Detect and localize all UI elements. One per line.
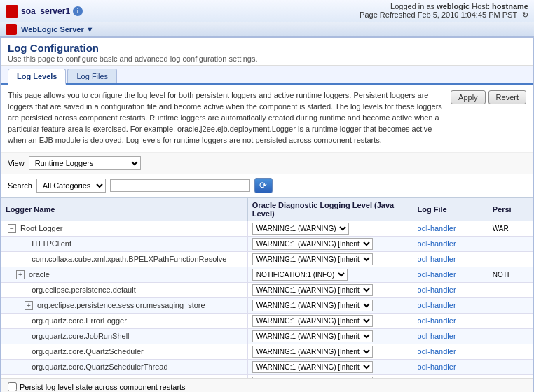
- log-file-link[interactable]: odl-handler: [418, 239, 456, 248]
- view-label: View: [8, 159, 25, 167]
- action-buttons: Apply Revert: [451, 90, 526, 104]
- logger-name: com.collaxa.cube.xml.xpath.BPELXPathFunc…: [32, 255, 226, 263]
- weblogic-server-icon: [6, 24, 17, 35]
- login-info: Logged in as weblogic Host: hostname Pag…: [360, 2, 528, 20]
- log-file-link[interactable]: odl-handler: [418, 270, 456, 279]
- expand-icon[interactable]: +: [25, 301, 33, 310]
- col-log-file: Log File: [413, 197, 488, 220]
- table-row: org.quartz.core.JobRunShell WARNING:1 (W…: [1, 328, 533, 344]
- col-log-level: Oracle Diagnostic Logging Level (Java Le…: [247, 197, 413, 220]
- revert-button[interactable]: Revert: [488, 90, 526, 104]
- table-row: com.collaxa.cube.xml.xpath.BPELXPathFunc…: [1, 251, 533, 267]
- apply-button[interactable]: Apply: [451, 90, 486, 104]
- log-file-link[interactable]: odl-handler: [418, 332, 456, 340]
- top-bar: soa_server1 i Logged in as weblogic Host…: [0, 0, 534, 22]
- table-row: org.quartz.core.QuartzSchedulerThread WA…: [1, 359, 533, 374]
- view-row: View Runtime Loggers Persistent Loggers …: [1, 153, 533, 174]
- search-button[interactable]: ⟳: [254, 178, 273, 193]
- table-row: org.quartz.core.ErrorLogger WARNING:1 (W…: [1, 313, 533, 328]
- level-select[interactable]: WARNING:1 (WARNING) [Inherit: [252, 361, 373, 373]
- description-text: This page allows you to configure the lo…: [8, 91, 442, 144]
- level-select[interactable]: WARNING:1 (WARNING) [Inherit: [252, 315, 373, 327]
- logger-name: Root Logger: [20, 224, 63, 232]
- expand-icon[interactable]: −: [8, 224, 16, 233]
- persist-checkbox-label[interactable]: Persist log level state across component…: [8, 382, 186, 391]
- table-row: org.quartz.core.QuartzScheduler WARNING:…: [1, 344, 533, 359]
- level-select[interactable]: WARNING:1 (WARNING) [Inherit: [252, 346, 373, 358]
- log-file-link[interactable]: odl-handler: [418, 301, 456, 309]
- logger-name: org.quartz.core.JobRunShell: [32, 332, 129, 340]
- weblogic-bar: WebLogic Server ▼: [0, 22, 534, 37]
- log-file-link[interactable]: odl-handler: [418, 286, 456, 294]
- page-header: Log Configuration Use this page to confi…: [1, 38, 533, 66]
- level-select[interactable]: WARNING:1 (WARNING): [252, 223, 349, 234]
- logger-name: HTTPClient: [32, 239, 71, 248]
- logger-name: oracle: [29, 270, 50, 279]
- level-select[interactable]: WARNING:1 (WARNING) [Inherit: [252, 253, 373, 265]
- weblogic-server-label[interactable]: WebLogic Server ▼: [21, 25, 94, 34]
- table-row: + oracle NOTIFICATION:1 (INFO) odl-handl…: [1, 267, 533, 282]
- refresh-icon[interactable]: ↻: [522, 10, 528, 19]
- level-select[interactable]: WARNING:1 (WARNING) [Inherit: [252, 300, 373, 312]
- persist-checkbox[interactable]: [8, 382, 17, 391]
- log-file-link[interactable]: odl-handler: [418, 347, 456, 356]
- info-icon[interactable]: i: [73, 6, 83, 16]
- table-container: Logger Name Oracle Diagnostic Logging Le…: [1, 197, 533, 378]
- search-input[interactable]: [110, 179, 250, 192]
- server-icon: [6, 5, 18, 18]
- logger-name: org.quartz.core.QuartzSchedulerThread: [32, 363, 167, 371]
- search-icon: ⟳: [259, 180, 267, 190]
- expand-icon[interactable]: +: [16, 270, 25, 279]
- view-select[interactable]: Runtime Loggers Persistent Loggers All L…: [29, 156, 141, 170]
- tab-log-levels[interactable]: Log Levels: [8, 69, 66, 85]
- server-info: soa_server1 i: [6, 5, 83, 18]
- logger-name: org.quartz.core.QuartzScheduler: [32, 347, 144, 356]
- level-select[interactable]: NOTIFICATION:1 (INFO): [252, 269, 348, 281]
- tabs-bar: Log Levels Log Files: [1, 66, 533, 85]
- page-title: Log Configuration: [8, 42, 526, 54]
- log-file-link[interactable]: odl-handler: [418, 316, 456, 325]
- logger-name: org.quartz.core.ErrorLogger: [32, 316, 127, 325]
- table-row: − Root Logger WARNING:1 (WARNING) odl-ha…: [1, 220, 533, 236]
- footer-row: Persist log level state across component…: [1, 378, 533, 392]
- table-row: + org.eclipse.persistence.session.messag…: [1, 298, 533, 313]
- col-persist: Persi: [488, 197, 533, 220]
- page-description: Use this page to configure basic and adv…: [8, 55, 526, 63]
- log-file-link[interactable]: odl-handler: [418, 224, 456, 232]
- category-select[interactable]: All Categories: [36, 178, 106, 192]
- server-name[interactable]: soa_server1: [21, 6, 70, 16]
- level-select[interactable]: WARNING:1 (WARNING) [Inherit: [252, 330, 373, 342]
- search-label: Search: [8, 181, 32, 190]
- main-content: Log Configuration Use this page to confi…: [0, 37, 534, 392]
- hostname-label: hostname: [492, 2, 528, 10]
- log-file-link[interactable]: odl-handler: [418, 363, 456, 371]
- table-row: HTTPClient WARNING:1 (WARNING) [Inherit …: [1, 236, 533, 251]
- search-row: Search All Categories ⟳: [1, 174, 533, 197]
- log-file-link[interactable]: odl-handler: [418, 255, 456, 263]
- logger-name: org.eclipse.persistence.default: [32, 286, 136, 294]
- username: weblogic: [437, 2, 470, 10]
- tab-log-files[interactable]: Log Files: [67, 69, 117, 83]
- refresh-time: Feb 5, 2010 1:04:45 PM PST: [418, 10, 517, 19]
- logger-name: org.eclipse.persistence.session.messagin…: [37, 301, 205, 309]
- description-area: This page allows you to configure the lo…: [1, 85, 533, 153]
- col-logger-name: Logger Name: [1, 197, 248, 220]
- table-row: org.eclipse.persistence.default WARNING:…: [1, 282, 533, 298]
- level-select[interactable]: WARNING:1 (WARNING) [Inherit: [252, 284, 373, 296]
- level-select[interactable]: WARNING:1 (WARNING) [Inherit: [252, 238, 373, 250]
